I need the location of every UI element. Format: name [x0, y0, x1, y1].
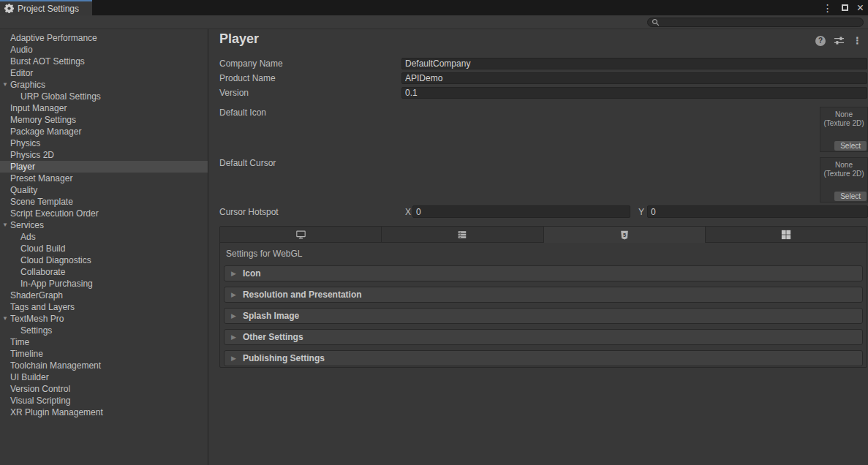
sidebar-item-cloud-diagnostics[interactable]: Cloud Diagnostics [0, 254, 208, 266]
sidebar-item-editor[interactable]: Editor [0, 67, 208, 79]
hotspot-y-input[interactable] [647, 205, 868, 218]
search-icon [652, 18, 660, 26]
window-controls: ⋮ × [823, 0, 864, 15]
project-settings-tab[interactable]: Project Settings [0, 0, 92, 15]
hotspot-y-label: Y [638, 207, 644, 217]
default-icon-label: Default Icon [219, 107, 266, 118]
default-cursor-object-field[interactable]: None (Texture 2D) Select [820, 157, 868, 203]
platform-content: Settings for WebGL ▶ Icon ▶ Resolution a… [220, 243, 867, 366]
company-name-input[interactable] [401, 58, 867, 69]
platform-tab-desktop[interactable] [220, 227, 382, 243]
player-settings-panel: Player ? ⋮ Company Name Product Name Ver… [209, 29, 868, 465]
sidebar-item-xr-plugin-management[interactable]: XR Plugin Management [0, 407, 208, 418]
field-row: Version [209, 86, 867, 101]
cursor-hotspot-label: Cursor Hotspot [219, 207, 279, 217]
search-input[interactable] [663, 18, 859, 26]
section-icon[interactable]: ▶ Icon [224, 265, 863, 281]
foldout-collapsed-icon[interactable]: ▶ [231, 333, 236, 341]
foldout-collapsed-icon[interactable]: ▶ [231, 312, 236, 320]
platform-tab-webgl[interactable]: 5 [544, 227, 706, 243]
default-icon-object-field[interactable]: None (Texture 2D) Select [820, 107, 868, 152]
help-icon[interactable]: ? [815, 36, 826, 46]
field-row: Company Name [209, 57, 867, 72]
version-label: Version [219, 88, 249, 98]
platform-tab-strip: 5 [220, 227, 867, 243]
settings-sections: ▶ Icon ▶ Resolution and Presentation ▶ S… [224, 265, 863, 366]
sidebar-item-in-app-purchasing[interactable]: In-App Purchasing [0, 278, 208, 290]
product-name-input[interactable] [401, 72, 867, 84]
sidebar-item-tags-and-layers[interactable]: Tags and Layers [0, 301, 208, 313]
sidebar-item-visual-scripting[interactable]: Visual Scripting [0, 395, 208, 407]
default-cursor-label: Default Cursor [219, 158, 276, 168]
sidebar-item-graphics[interactable]: ▼ Graphics [0, 79, 208, 91]
tab-title: Project Settings [18, 4, 79, 14]
version-input[interactable] [401, 87, 867, 99]
page-title: Player [219, 31, 259, 47]
foldout-expanded-icon[interactable]: ▼ [2, 79, 8, 91]
settings-sidebar: Adaptive Performance Audio Burst AOT Set… [0, 29, 208, 465]
svg-text:5: 5 [623, 231, 626, 238]
sidebar-item-preset-manager[interactable]: Preset Manager [0, 173, 208, 184]
titlebar: Project Settings ⋮ × [0, 0, 868, 15]
monitor-icon [295, 230, 306, 240]
sidebar-item-burst-aot-settings[interactable]: Burst AOT Settings [0, 56, 208, 67]
platform-tab-dedicated-server[interactable] [382, 227, 543, 243]
section-publishing-settings[interactable]: ▶ Publishing Settings [224, 350, 863, 366]
sidebar-item-ads[interactable]: Ads [0, 231, 208, 243]
sidebar-item-settings[interactable]: Settings [0, 325, 208, 336]
server-icon [457, 230, 467, 240]
project-settings-window: Project Settings ⋮ × Adaptive Performanc… [0, 0, 868, 465]
sidebar-item-cloud-build[interactable]: Cloud Build [0, 243, 208, 254]
section-other-settings[interactable]: ▶ Other Settings [224, 329, 863, 345]
default-icon-select-button[interactable]: Select [834, 141, 867, 151]
sidebar-item-quality[interactable]: Quality [0, 184, 208, 196]
search-box[interactable] [647, 18, 864, 27]
more-options-icon[interactable]: ⋮ [853, 35, 862, 46]
default-cursor-select-button[interactable]: Select [834, 192, 867, 201]
foldout-collapsed-icon[interactable]: ▶ [231, 291, 236, 298]
default-icon-value: None (Texture 2D) [820, 110, 867, 128]
sidebar-item-script-execution-order[interactable]: Script Execution Order [0, 208, 208, 219]
windows-icon [781, 230, 791, 240]
sidebar-item-time[interactable]: Time [0, 336, 208, 348]
hotspot-x-input[interactable] [412, 205, 630, 218]
sidebar-item-physics[interactable]: Physics [0, 137, 208, 149]
sidebar-item-input-manager[interactable]: Input Manager [0, 102, 208, 114]
foldout-expanded-icon[interactable]: ▼ [2, 219, 8, 231]
sidebar-item-physics-2d[interactable]: Physics 2D [0, 149, 208, 161]
sidebar-item-package-manager[interactable]: Package Manager [0, 126, 208, 137]
close-icon[interactable]: × [857, 2, 864, 14]
sidebar-item-collaborate[interactable]: Collaborate [0, 266, 208, 278]
sidebar-item-ui-builder[interactable]: UI Builder [0, 371, 208, 383]
sidebar-item-shadergraph[interactable]: ShaderGraph [0, 290, 208, 301]
sidebar-item-timeline[interactable]: Timeline [0, 348, 208, 360]
platform-settings-box: 5 Settings for WebGL ▶ Icon ▶ Resolution… [219, 226, 867, 368]
foldout-collapsed-icon[interactable]: ▶ [231, 270, 236, 277]
settings-for-label: Settings for WebGL [226, 249, 861, 259]
sidebar-item-version-control[interactable]: Version Control [0, 383, 208, 395]
section-splash-image[interactable]: ▶ Splash Image [224, 308, 863, 324]
sidebar-item-adaptive-performance[interactable]: Adaptive Performance [0, 32, 208, 44]
basic-fields: Company Name Product Name Version [209, 57, 867, 101]
sidebar-item-textmesh-pro[interactable]: ▼ TextMesh Pro [0, 313, 208, 325]
field-row: Product Name [209, 72, 867, 86]
sidebar-item-player[interactable]: Player [0, 161, 208, 173]
sidebar-item-services[interactable]: ▼ Services [0, 219, 208, 231]
html5-icon: 5 [619, 230, 630, 241]
sidebar-item-toolchain-management[interactable]: Toolchain Management [0, 360, 208, 371]
foldout-expanded-icon[interactable]: ▼ [2, 313, 8, 325]
platform-tab-windows[interactable] [706, 227, 867, 243]
sidebar-item-audio[interactable]: Audio [0, 44, 208, 56]
window-menu-icon[interactable]: ⋮ [823, 3, 833, 13]
toolbar [0, 15, 868, 29]
maximize-icon[interactable] [842, 4, 848, 11]
presets-icon[interactable] [834, 35, 845, 46]
sidebar-item-urp-global-settings[interactable]: URP Global Settings [0, 91, 208, 102]
panel-header-icons: ? ⋮ [815, 35, 862, 46]
gear-icon [4, 4, 14, 13]
sidebar-item-scene-template[interactable]: Scene Template [0, 196, 208, 208]
section-resolution-and-presentation[interactable]: ▶ Resolution and Presentation [224, 287, 863, 303]
default-cursor-value: None (Texture 2D) [820, 161, 867, 178]
foldout-collapsed-icon[interactable]: ▶ [231, 355, 236, 362]
sidebar-item-memory-settings[interactable]: Memory Settings [0, 114, 208, 126]
